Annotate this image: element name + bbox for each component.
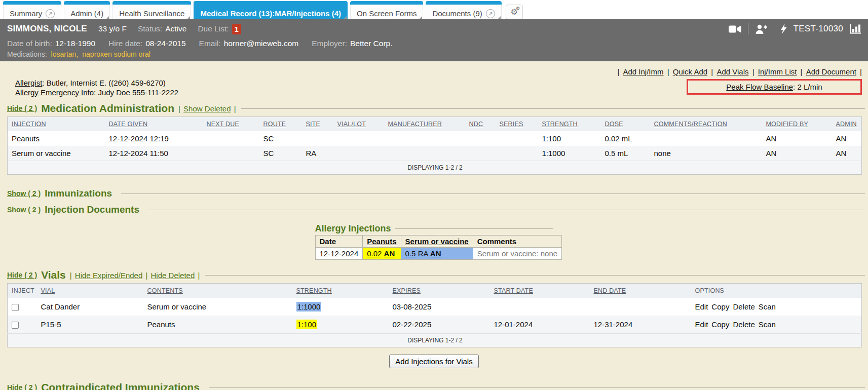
scan-link[interactable]: Scan — [759, 302, 776, 311]
cell-vial: P15-5 — [39, 316, 145, 334]
cell-route: SC — [261, 146, 304, 161]
contraindicated-hide-link[interactable]: Hide ( 2 ) — [7, 383, 37, 390]
col-ndc[interactable]: NDC — [467, 117, 498, 132]
show-deleted-link[interactable]: Show Deleted — [183, 104, 231, 113]
allergist-link[interactable]: Allergist — [15, 79, 42, 87]
settings-button[interactable]: ⚙⚙ — [506, 5, 523, 19]
cell-ndc — [467, 146, 498, 161]
injection-documents-title: Injection Documents — [45, 204, 139, 215]
col-dose[interactable]: DOSE — [603, 117, 652, 132]
peak-flow-baseline-link[interactable]: Peak Flow Baseline — [726, 83, 793, 91]
action-links-row: | Add Inj/Imm | Quick Add | Add Vials | … — [0, 67, 868, 76]
table-row: Peanuts 12-12-2024 12:19 SC 1:100 0.02 m… — [8, 131, 862, 146]
delete-link[interactable]: Delete — [733, 320, 754, 329]
cell-comments — [652, 131, 764, 146]
tab-documents[interactable]: Documents (9) ↗ — [426, 1, 501, 19]
copy-link[interactable]: Copy — [711, 320, 729, 329]
inj-imm-list-link[interactable]: Inj/Imm List — [758, 67, 797, 76]
cell-manufacturer — [386, 131, 467, 146]
medication-link-losartan[interactable]: losartan, — [51, 50, 79, 58]
flowsheet-chart-icon[interactable] — [850, 24, 861, 34]
hire-date-label: Hire date: — [108, 39, 142, 48]
med-admin-hide-link[interactable]: Hide ( 2 ) — [7, 104, 37, 112]
dose-link[interactable]: 0.02 — [367, 249, 382, 258]
cell-end-date — [592, 298, 693, 316]
add-injections-for-vials-button[interactable]: Add Injections for Vials — [389, 355, 478, 368]
edit-link[interactable]: Edit — [695, 320, 708, 329]
table-header-row: INJECTION DATE GIVEN NEXT DUE ROUTE SITE… — [8, 117, 862, 132]
video-camera-icon[interactable] — [729, 25, 741, 33]
hide-expired-ended-link[interactable]: Hide Expired/Ended — [75, 271, 142, 280]
due-list-badge[interactable]: 1 — [232, 24, 241, 34]
medication-administration-table: INJECTION DATE GIVEN NEXT DUE ROUTE SITE… — [7, 116, 862, 175]
copy-link[interactable]: Copy — [711, 302, 729, 311]
allergy-emergency-info-link[interactable]: Allergy Emergency Info — [15, 88, 94, 97]
injection-documents-show-link[interactable]: Show ( 2 ) — [7, 206, 41, 214]
tab-summary[interactable]: Summary ↗ — [3, 1, 61, 19]
lightning-bolt-icon[interactable] — [781, 24, 787, 34]
col-end-date[interactable]: END DATE — [592, 284, 693, 298]
admin-initials-link[interactable]: AN — [384, 249, 395, 258]
tab-medical-record[interactable]: Medical Record (13):MAR/Injections (4) — [194, 1, 348, 19]
edit-link[interactable]: Edit — [695, 302, 708, 311]
external-link-icon[interactable]: ↗ — [486, 9, 495, 18]
admin-initials-link[interactable]: AN — [430, 249, 441, 258]
paging-status: DISPLAYING 1-2 / 2 — [8, 334, 862, 347]
inject-checkbox[interactable] — [12, 304, 19, 311]
col-manufacturer[interactable]: MANUFACTURER — [386, 117, 467, 132]
cell-site — [304, 131, 335, 146]
col-injection[interactable]: INJECTION — [8, 117, 107, 132]
inject-checkbox[interactable] — [12, 322, 19, 329]
tab-health-surveillance[interactable]: Health Surveillance — [112, 1, 191, 19]
col-strength[interactable]: STRENGTH — [540, 117, 603, 132]
external-link-icon[interactable]: ↗ — [46, 9, 55, 18]
col-comments-reaction[interactable]: COMMENTS/REACTION — [652, 117, 764, 132]
strength-highlight: 1:100 — [296, 320, 318, 329]
patient-id: TEST-10030 — [794, 24, 843, 34]
quick-add-link[interactable]: Quick Add — [673, 67, 707, 76]
tab-documents-label: Documents (9) — [432, 9, 482, 18]
col-route[interactable]: ROUTE — [261, 117, 304, 132]
separator: | — [178, 104, 180, 113]
col-strength[interactable]: STRENGTH — [294, 284, 391, 298]
add-vials-link[interactable]: Add Vials — [716, 67, 748, 76]
table-row: Cat Dander Serum or vaccine 1:1000 03-08… — [8, 298, 862, 316]
col-contents[interactable]: CONTENTS — [145, 284, 294, 298]
tab-admin-label: Admin (4) — [70, 9, 103, 18]
cell-inject — [8, 316, 39, 334]
tab-admin[interactable]: Admin (4) — [64, 1, 110, 19]
col-vial-lot[interactable]: VIAL/LOT — [335, 117, 386, 132]
add-document-link[interactable]: Add Document — [806, 67, 856, 76]
col-admin[interactable]: ADMIN — [834, 117, 862, 132]
add-inj-imm-link[interactable]: Add Inj/Imm — [623, 67, 663, 76]
tab-on-screen-forms-label: On Screen Forms — [357, 9, 417, 18]
hide-deleted-link[interactable]: Hide Deleted — [151, 271, 195, 280]
employer-label: Employer: — [312, 39, 347, 48]
col-site[interactable]: SITE — [304, 117, 335, 132]
col-serum-or-vaccine[interactable]: Serum or vaccine — [401, 236, 473, 248]
allergist-value: : Butler, Internist E. ((260) 459-6270) — [42, 79, 165, 87]
cell-next-due — [205, 131, 261, 146]
col-date-given[interactable]: DATE GIVEN — [107, 117, 205, 132]
scan-link[interactable]: Scan — [759, 320, 776, 329]
col-peanuts[interactable]: Peanuts — [363, 236, 401, 248]
cell-date-given: 12-12-2024 12:19 — [107, 131, 205, 146]
add-person-icon[interactable] — [755, 24, 767, 34]
immunizations-show-link[interactable]: Show ( 2 ) — [7, 189, 41, 198]
col-vial[interactable]: VIAL — [39, 284, 145, 298]
col-series[interactable]: SERIES — [498, 117, 540, 132]
medication-link-naproxen[interactable]: naproxen sodium oral — [82, 50, 150, 58]
tab-summary-label: Summary — [10, 9, 42, 18]
dose-link[interactable]: 0.5 — [405, 249, 416, 258]
col-start-date[interactable]: START DATE — [492, 284, 592, 298]
col-next-due[interactable]: NEXT DUE — [205, 117, 261, 132]
allergy-injections-block: Allergy Injections Date Peanuts Serum or… — [315, 223, 553, 260]
cell-peanuts-dose: 0.02 AN — [363, 248, 401, 260]
vials-hide-link[interactable]: Hide ( 2 ) — [7, 271, 37, 279]
col-modified-by[interactable]: MODIFIED BY — [764, 117, 834, 132]
cell-date-given: 12-12-2024 11:50 — [107, 146, 205, 161]
col-expires[interactable]: EXPIRES — [391, 284, 492, 298]
delete-link[interactable]: Delete — [733, 302, 754, 311]
cell-date: 12-12-2024 — [315, 248, 363, 260]
tab-on-screen-forms[interactable]: On Screen Forms — [350, 1, 423, 19]
